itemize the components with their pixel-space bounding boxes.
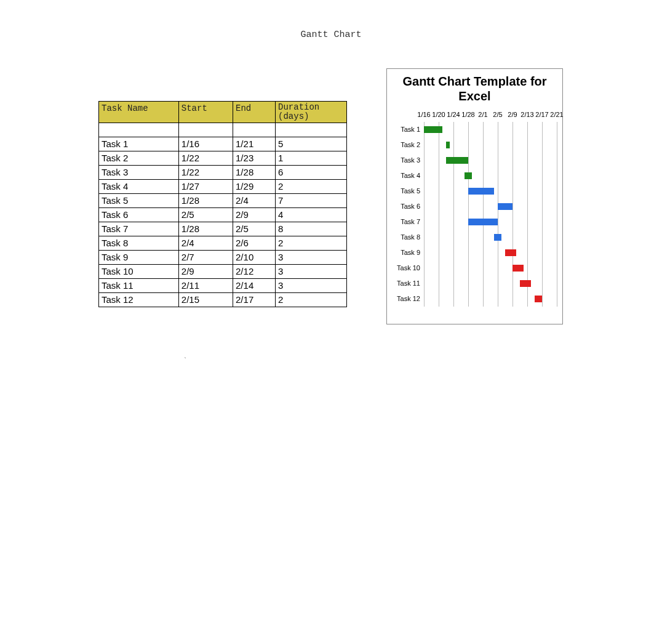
cell-start: 2/15 [178,293,233,307]
gantt-bar [494,234,501,241]
cell-start: 1/28 [178,222,233,236]
cell-duration: 7 [276,194,347,208]
y-tick-label: Task 6 [401,199,420,214]
cell-name: Task 5 [99,194,179,208]
gantt-chart: Gantt Chart Template for Excel 1/161/201… [386,68,563,324]
cell-duration: 3 [276,265,347,279]
table-row: Task 71/282/58 [99,222,347,236]
table-row: Task 92/72/103 [99,251,347,265]
cell-end: 2/5 [233,222,276,236]
cell-end: 1/21 [233,137,276,151]
cell-name: Task 1 [99,137,179,151]
cell-name: Task 11 [99,279,179,293]
cell-end: 1/28 [233,166,276,180]
y-tick-label: Task 11 [397,276,420,291]
gantt-bar [498,203,512,210]
cell-start: 2/5 [178,208,233,222]
y-tick-label: Task 7 [401,214,420,230]
table-row: Task 41/271/292 [99,180,347,194]
chart-title: Gantt Chart Template for Excel [387,74,562,103]
cell-end: 2/14 [233,279,276,293]
cell-start: 1/16 [178,137,233,151]
x-tick-label: 1/20 [432,111,445,118]
cell-end: 2/6 [233,236,276,251]
stray-backtick: ` [183,358,187,364]
chart-plot-area: Task 1Task 2Task 3Task 4Task 5Task 6Task… [424,122,557,307]
x-tick-label: 2/5 [493,111,502,118]
table-row: Task 62/52/94 [99,208,347,222]
cell-end: 2/10 [233,251,276,265]
x-tick-label: 1/28 [461,111,474,118]
cell-duration: 2 [276,180,347,194]
x-tick-label: 2/1 [478,111,487,118]
gantt-bar [512,265,524,272]
gantt-bar [505,249,516,256]
chart-row: Task 9 [424,245,557,260]
cell-end: 2/9 [233,208,276,222]
cell-name: Task 10 [99,265,179,279]
cell-duration: 6 [276,166,347,180]
y-tick-label: Task 3 [401,153,420,168]
cell-name: Task 6 [99,208,179,222]
header-end: End [233,102,276,123]
cell-name: Task 2 [99,151,179,166]
gantt-bar [520,280,531,287]
cell-duration: 5 [276,137,347,151]
cell-duration: 2 [276,236,347,251]
gantt-bar [446,157,468,164]
chart-row: Task 10 [424,260,557,276]
cell-start: 1/27 [178,180,233,194]
cell-start: 2/7 [178,251,233,265]
chart-row: Task 3 [424,153,557,168]
table-row-empty [99,123,347,137]
cell-start: 1/28 [178,194,233,208]
cell-duration: 4 [276,208,347,222]
cell-end: 1/23 [233,151,276,166]
y-tick-label: Task 2 [401,137,420,153]
y-tick-label: Task 10 [397,260,420,276]
x-tick-label: 2/9 [508,111,517,118]
x-tick-label: 2/13 [520,111,533,118]
y-tick-label: Task 5 [401,183,420,199]
chart-row: Task 12 [424,291,557,307]
x-tick-label: 2/21 [550,111,563,118]
gantt-bar [535,296,542,302]
chart-row: Task 7 [424,214,557,230]
header-start: Start [178,102,233,123]
cell-start: 1/22 [178,166,233,180]
chart-row: Task 6 [424,199,557,214]
cell-end: 2/4 [233,194,276,208]
table-row: Task 11/161/215 [99,137,347,151]
cell-name: Task 12 [99,293,179,307]
chart-row: Task 4 [424,168,557,183]
header-duration: Duration (days) [276,102,347,123]
cell-duration: 3 [276,279,347,293]
cell-start: 1/22 [178,151,233,166]
x-tick-label: 1/16 [417,111,430,118]
chart-row: Task 8 [424,230,557,245]
cell-duration: 3 [276,251,347,265]
cell-duration: 1 [276,151,347,166]
cell-name: Task 3 [99,166,179,180]
table-row: Task 31/221/286 [99,166,347,180]
page-title: Gantt Chart [0,30,662,40]
gantt-bar [446,142,450,148]
cell-start: 2/11 [178,279,233,293]
y-tick-label: Task 12 [397,291,420,307]
x-tick-label: 2/17 [535,111,548,118]
table-row: Task 51/282/47 [99,194,347,208]
cell-name: Task 7 [99,222,179,236]
chart-row: Task 11 [424,276,557,291]
cell-start: 2/4 [178,236,233,251]
cell-duration: 8 [276,222,347,236]
page: Gantt Chart Task Name Start End Duration… [0,0,662,644]
y-tick-label: Task 1 [401,122,420,137]
table-body: Task 11/161/215Task 21/221/231Task 31/22… [99,123,347,307]
y-tick-label: Task 4 [401,168,420,183]
chart-row: Task 5 [424,183,557,199]
y-tick-label: Task 8 [401,230,420,245]
x-tick-label: 1/24 [447,111,460,118]
table-row: Task 82/42/62 [99,236,347,251]
cell-duration: 2 [276,293,347,307]
table-header-row: Task Name Start End Duration (days) [99,102,347,123]
